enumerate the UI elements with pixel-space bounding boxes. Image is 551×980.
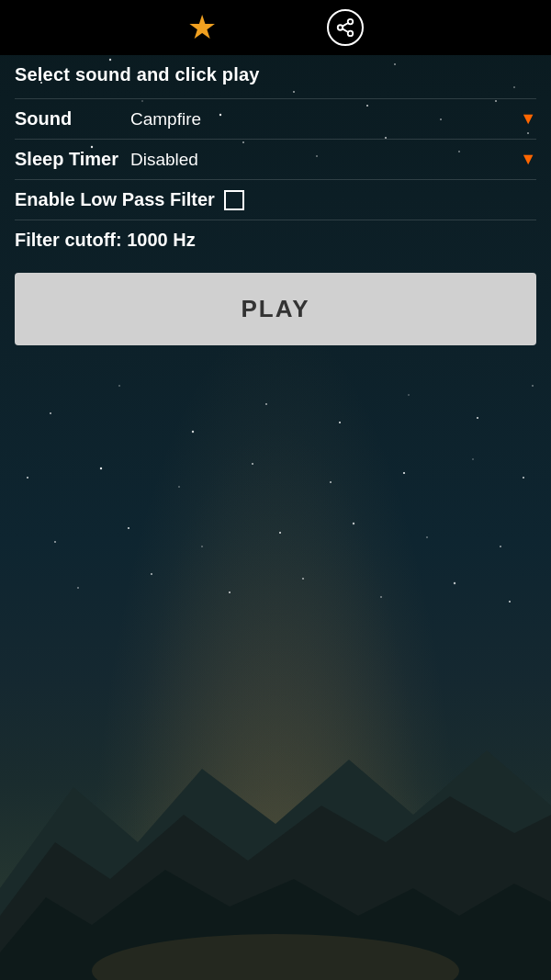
svg-point-27 <box>339 422 341 423</box>
filter-checkbox[interactable] <box>224 190 244 210</box>
svg-point-51 <box>454 582 455 584</box>
svg-point-36 <box>403 472 405 474</box>
svg-point-24 <box>118 385 120 387</box>
content-panel: Select sound and click play Sound Campfi… <box>0 55 551 360</box>
filter-cutoff-row: Filter cutoff: 1000 Hz <box>15 220 536 260</box>
svg-point-30 <box>532 385 534 387</box>
filter-label: Enable Low Pass Filter <box>15 189 215 210</box>
top-navigation-bar: ★ <box>0 0 551 55</box>
svg-point-49 <box>302 578 304 580</box>
svg-point-28 <box>408 394 409 395</box>
svg-point-39 <box>54 541 56 543</box>
svg-point-48 <box>229 591 231 593</box>
sleep-timer-label: Sleep Timer <box>15 149 125 170</box>
svg-point-44 <box>426 536 427 537</box>
favorites-icon[interactable]: ★ <box>187 11 217 44</box>
svg-point-37 <box>472 458 473 459</box>
sound-row: Sound Campfire ▼ <box>15 98 536 139</box>
svg-point-35 <box>330 481 332 483</box>
svg-point-47 <box>151 573 152 575</box>
play-button[interactable]: PLAY <box>15 273 536 345</box>
instruction-text: Select sound and click play <box>15 64 536 85</box>
sound-label: Sound <box>15 108 125 130</box>
svg-point-29 <box>477 417 478 419</box>
svg-point-45 <box>500 546 501 547</box>
sleep-timer-row: Sleep Timer Disabled ▼ <box>15 139 536 179</box>
mountains-layer <box>0 659 551 980</box>
svg-point-34 <box>252 463 253 465</box>
low-pass-filter-row: Enable Low Pass Filter <box>15 179 536 220</box>
svg-point-25 <box>192 431 194 433</box>
sound-value: Campfire <box>125 109 520 130</box>
svg-point-31 <box>27 477 28 479</box>
svg-point-43 <box>353 523 354 524</box>
sound-dropdown-arrow[interactable]: ▼ <box>520 109 536 129</box>
svg-point-42 <box>279 532 281 534</box>
timer-dropdown-arrow[interactable]: ▼ <box>520 150 536 169</box>
svg-point-23 <box>50 412 51 414</box>
svg-point-50 <box>380 596 382 598</box>
svg-point-26 <box>265 403 267 405</box>
svg-point-41 <box>201 546 203 547</box>
svg-point-40 <box>128 527 129 529</box>
svg-line-61 <box>343 23 348 27</box>
svg-point-32 <box>100 467 102 469</box>
filter-cutoff-label: Filter cutoff: 1000 Hz <box>15 230 196 251</box>
svg-line-60 <box>343 28 348 32</box>
svg-point-38 <box>523 477 524 479</box>
svg-point-46 <box>77 587 79 589</box>
svg-point-52 <box>509 601 511 603</box>
sleep-timer-value: Disabled <box>125 150 520 170</box>
svg-point-33 <box>178 486 180 488</box>
share-button[interactable] <box>327 9 364 46</box>
